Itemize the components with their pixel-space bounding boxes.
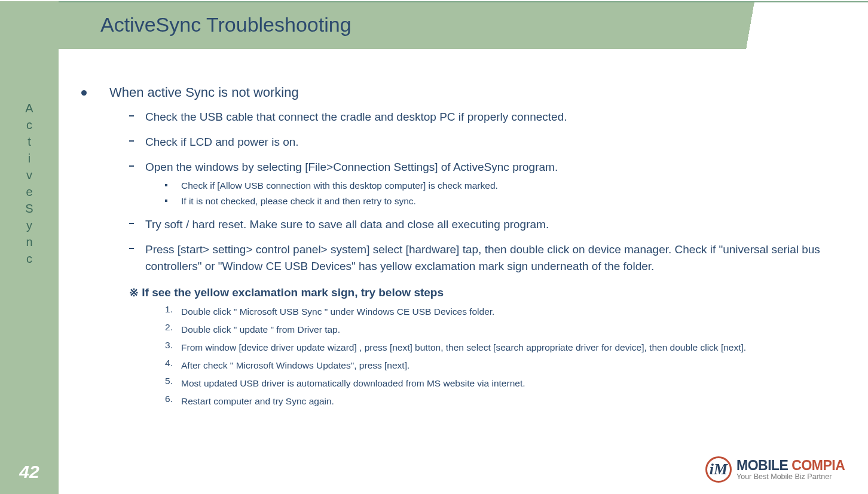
square-icon xyxy=(165,200,167,202)
sidebar-char: v xyxy=(0,167,59,183)
sidebar-char: t xyxy=(0,133,59,150)
sidebar-char: e xyxy=(0,183,59,200)
bullet-lvl2-text: Check if LCD and power is on. xyxy=(145,136,299,148)
logo-text: MOBILE COMPIA Your Best Mobile Biz Partn… xyxy=(736,458,845,481)
title-bar: ActiveSync Troubleshooting xyxy=(59,2,868,49)
step-item: 3. From window [device driver update wiz… xyxy=(77,340,844,355)
bullet-lvl2: Press [start> setting> control panel> sy… xyxy=(77,241,844,275)
step-item: 2. Double click " update " from Driver t… xyxy=(77,322,844,337)
step-text: Restart computer and try Sync again. xyxy=(181,396,334,406)
step-item: 6. Restart computer and try Sync again. xyxy=(77,394,844,409)
step-text: Most updated USB driver is automatically… xyxy=(181,378,525,388)
step-text: Double click " Microsoft USB Sync " unde… xyxy=(181,306,494,317)
bullet-lvl2-text: Open the windows by selecting [File>Conn… xyxy=(145,161,558,173)
bullet-lvl2-text: Press [start> setting> control panel> sy… xyxy=(145,243,820,272)
logo-word-compia: COMPIA xyxy=(791,458,845,473)
dash-icon xyxy=(129,248,134,249)
bullet-dot-icon xyxy=(81,90,87,96)
sidebar-char: n xyxy=(0,234,59,250)
logo-word-mobile: MOBILE xyxy=(736,458,791,473)
bullet-lvl2-text: Check the USB cable that connect the cra… xyxy=(145,111,567,123)
bullet-lvl3-text: If it is not checked, please check it an… xyxy=(181,196,416,206)
step-item: 4. After check " Microsoft Windows Updat… xyxy=(77,358,844,373)
page-number: 42 xyxy=(0,462,59,482)
step-number: 4. xyxy=(165,358,173,369)
sidebar-char: i xyxy=(0,150,59,167)
bullet-lvl3: Check if [Allow USB connection with this… xyxy=(77,179,844,192)
note-text: ※ If see the yellow exclamation mark sig… xyxy=(129,286,444,299)
step-number: 6. xyxy=(165,394,173,404)
sidebar-char: c xyxy=(0,250,59,267)
bullet-lvl2: Check if LCD and power is on. xyxy=(77,134,844,151)
step-number: 1. xyxy=(165,304,173,315)
bullet-lvl2: Open the windows by selecting [File>Conn… xyxy=(77,159,844,176)
content-body: When active Sync is not working Check th… xyxy=(77,85,844,410)
logo-mark-icon: iM xyxy=(705,456,732,483)
dash-icon xyxy=(129,223,134,224)
note-line: ※ If see the yellow exclamation mark sig… xyxy=(77,286,844,299)
bullet-lvl2: Try soft / hard reset. Make sure to save… xyxy=(77,216,844,233)
bullet-lvl3: If it is not checked, please check it an… xyxy=(77,195,844,208)
step-item: 1. Double click " Microsoft USB Sync " u… xyxy=(77,304,844,320)
bullet-lvl1: When active Sync is not working xyxy=(77,85,844,100)
bullet-lvl3-text: Check if [Allow USB connection with this… xyxy=(181,180,498,191)
dash-icon xyxy=(129,165,134,167)
dash-icon xyxy=(129,115,134,116)
dash-icon xyxy=(129,140,134,142)
slide-title: ActiveSync Troubleshooting xyxy=(100,13,352,36)
step-number: 3. xyxy=(165,340,173,351)
brand-logo: iM MOBILE COMPIA Your Best Mobile Biz Pa… xyxy=(705,452,868,487)
logo-tagline: Your Best Mobile Biz Partner xyxy=(736,473,845,481)
step-text: After check " Microsoft Windows Updates"… xyxy=(181,360,409,370)
sidebar-vertical-label: A c t i v e S y n c xyxy=(0,100,59,267)
sidebar: A c t i v e S y n c 42 xyxy=(0,1,59,494)
square-icon xyxy=(165,184,167,186)
bullet-lvl1-text: When active Sync is not working xyxy=(109,85,299,100)
sidebar-char: c xyxy=(0,116,59,133)
step-number: 5. xyxy=(165,376,173,386)
step-item: 5. Most updated USB driver is automatica… xyxy=(77,376,844,391)
step-text: From window [device driver update wizard… xyxy=(181,342,746,352)
sidebar-char: S xyxy=(0,200,59,217)
bullet-lvl2: Check the USB cable that connect the cra… xyxy=(77,109,844,125)
step-text: Double click " update " from Driver tap. xyxy=(181,324,340,335)
sidebar-char: y xyxy=(0,217,59,234)
step-number: 2. xyxy=(165,322,173,333)
sidebar-char: A xyxy=(0,100,59,116)
content-panel: When active Sync is not working Check th… xyxy=(59,49,868,494)
logo-line1: MOBILE COMPIA xyxy=(736,458,845,472)
bullet-lvl2-text: Try soft / hard reset. Make sure to save… xyxy=(145,218,549,231)
